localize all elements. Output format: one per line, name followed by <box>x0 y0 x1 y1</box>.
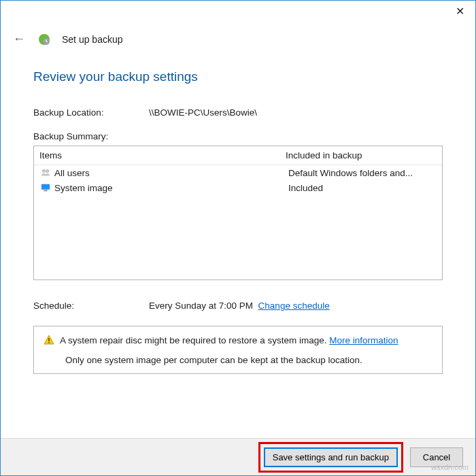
schedule-value: Every Sunday at 7:00 PM Change schedule <box>149 301 330 311</box>
summary-table-header: Items Included in backup <box>34 146 442 165</box>
wizard-title: Set up backup <box>62 34 123 45</box>
row-included: Included <box>288 183 323 193</box>
watermark: wsxdn.com <box>431 463 469 471</box>
close-button[interactable]: ✕ <box>444 1 475 21</box>
close-icon: ✕ <box>456 5 464 18</box>
summary-label: Backup Summary: <box>33 131 108 141</box>
footer: Save settings and run backup Cancel <box>1 438 475 475</box>
table-row[interactable]: System image Included <box>34 180 442 195</box>
location-row: Backup Location: \\BOWIE-PC\Users\Bowie\ <box>33 107 443 118</box>
content-area: Review your backup settings Backup Locat… <box>1 49 475 438</box>
warning-text: A system repair disc might be required t… <box>60 335 326 345</box>
page-heading: Review your backup settings <box>33 69 443 84</box>
wizard-window: ✕ ← Set up backup Review your backup set… <box>0 0 476 476</box>
svg-point-3 <box>46 169 49 173</box>
row-included: Default Windows folders and... <box>288 168 413 178</box>
row-item: System image <box>54 183 288 193</box>
change-schedule-link[interactable]: Change schedule <box>258 301 330 311</box>
svg-point-2 <box>42 169 46 173</box>
svg-rect-6 <box>48 338 50 341</box>
col-header-included: Included in backup <box>286 150 362 160</box>
svg-rect-5 <box>44 190 47 192</box>
header-row: ← Set up backup <box>1 25 475 49</box>
back-button[interactable]: ← <box>10 29 28 49</box>
warning-line-1: A system repair disc might be required t… <box>44 335 432 345</box>
schedule-row: Schedule: Every Sunday at 7:00 PM Change… <box>33 301 443 311</box>
table-row[interactable]: All users Default Windows folders and... <box>34 165 442 180</box>
summary-label-row: Backup Summary: <box>33 131 443 141</box>
titlebar: ✕ <box>1 1 475 25</box>
warning-line-2: Only one system image per computer can b… <box>44 355 432 365</box>
location-label: Backup Location: <box>33 107 149 118</box>
schedule-label: Schedule: <box>33 301 149 311</box>
svg-rect-4 <box>41 184 50 190</box>
warning-icon <box>44 335 54 345</box>
col-header-items: Items <box>39 150 286 160</box>
backup-shield-icon <box>37 33 51 46</box>
summary-table: Items Included in backup All users Defau… <box>33 146 443 280</box>
location-value: \\BOWIE-PC\Users\Bowie\ <box>149 107 257 118</box>
users-icon <box>39 167 52 178</box>
warning-box: A system repair disc might be required t… <box>33 326 443 374</box>
monitor-icon <box>39 182 52 193</box>
save-run-backup-button[interactable]: Save settings and run backup <box>264 447 398 467</box>
more-info-link[interactable]: More information <box>329 335 398 345</box>
highlight-annotation: Save settings and run backup <box>258 442 403 473</box>
row-item: All users <box>54 168 288 178</box>
svg-rect-7 <box>48 342 50 343</box>
